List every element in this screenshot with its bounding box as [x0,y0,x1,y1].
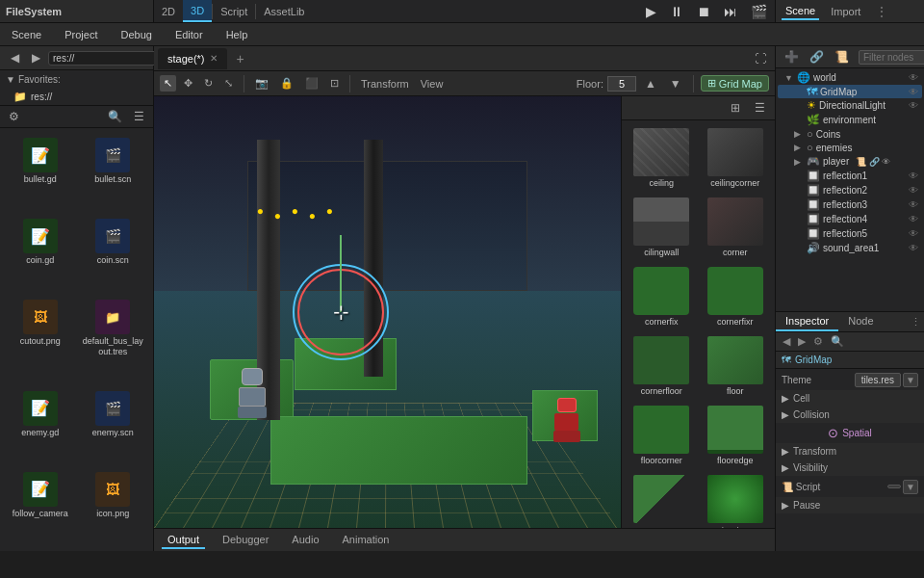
fs-file-item[interactable]: 📝bullet.gd [6,134,75,211]
tree-visibility-icon[interactable]: 👁 [909,87,918,97]
node-search-input[interactable] [859,50,924,65]
tree-item-environment[interactable]: 🌿environment [778,113,922,127]
mode-script-button[interactable]: Script [213,0,255,22]
right-panel-menu[interactable]: ⋮ [872,4,891,19]
tile-item-cornerfix[interactable]: cornerfix [626,263,698,330]
tree-visibility-icon[interactable]: 👁 [909,214,918,224]
tree-item-coins[interactable]: ▶○Coins [778,127,922,141]
fs-back-button[interactable]: ◀ [6,49,24,66]
movie-button[interactable]: 🎬 [747,2,771,21]
fs-file-item[interactable]: 📝enemy.gd [6,387,75,464]
bottom-tab-output[interactable]: Output [162,532,205,549]
select-tool[interactable]: ↖ [160,75,176,92]
scale-tool[interactable]: ⤡ [220,75,237,92]
import-tab[interactable]: Import [827,4,864,19]
tile-item-treetop[interactable]: treetop [700,471,772,528]
bottom-tab-debugger[interactable]: Debugger [217,532,274,549]
tree-item-gridmap[interactable]: 🗺GridMap👁 [778,85,922,98]
mode-2d-button[interactable]: 2D [154,0,183,22]
inspector-tab[interactable]: Inspector [776,312,838,331]
tile-item-floor[interactable]: floor [700,332,772,400]
floor-down[interactable]: ▼ [665,75,686,92]
tree-visibility-icon[interactable]: 👁 [909,243,918,253]
fs-list-button[interactable]: ☰ [129,108,149,125]
insp-section-visibility[interactable]: ▶Visibility [776,460,924,476]
insp-history-forward[interactable]: ▶ [795,334,808,349]
tile-item-cilingwall[interactable]: cilingwall [626,194,698,261]
remote-button[interactable]: ⏭ [720,2,741,21]
fs-file-item[interactable]: 📁default_bus_layout.tres [79,296,148,383]
scene-script-node[interactable]: 📜 [831,49,853,65]
move-tool[interactable]: ✥ [180,75,196,92]
tree-visibility-icon[interactable]: 👁 [909,185,918,196]
menu-help[interactable]: Help [222,27,252,42]
tile-grid-view[interactable]: ⊞ [726,99,745,117]
tree-item-player[interactable]: ▶🎮player📜 🔗 👁 [778,154,922,169]
node-tab[interactable]: Node [838,312,883,331]
inspector-menu[interactable]: ⋮ [908,312,924,331]
script-dropdown[interactable]: ▼ [903,480,918,494]
tile-item-ceilingcorner[interactable]: ceilingcorner [700,124,772,192]
floor-up[interactable]: ▲ [640,75,661,92]
tree-visibility-icon[interactable]: 👁 [909,228,918,239]
transform-menu[interactable]: Transform [357,76,413,92]
tree-item-reflection2[interactable]: 🔲reflection2👁 [778,183,922,197]
tree-item-enemies[interactable]: ▶○enemies [778,141,922,154]
tree-item-world[interactable]: ▼🌐world👁 [778,70,922,85]
menu-debug[interactable]: Debug [116,27,155,42]
tree-visibility-icon[interactable]: 👁 [909,100,918,111]
add-tab-button[interactable]: + [229,48,252,69]
tile-item-cornerfixr[interactable]: cornerfixr [700,263,772,330]
use-occluder[interactable]: ⊡ [326,75,343,92]
insp-section-cell[interactable]: ▶Cell [776,390,924,407]
floor-value-input[interactable] [607,76,636,92]
fs-file-item[interactable]: 📝follow_camera [6,468,75,545]
pause-button[interactable]: ⏸ [666,2,687,21]
fs-file-item[interactable]: 🖼icon.png [79,468,148,545]
bottom-tab-animation[interactable]: Animation [337,532,396,549]
local-tool[interactable]: 📷 [251,75,272,92]
tile-item-flooredge[interactable]: flooredge [700,402,772,469]
menu-editor[interactable]: Editor [171,27,207,42]
fs-config-button[interactable]: ⚙ [4,108,24,125]
tree-visibility-icon[interactable]: 👁 [909,72,918,83]
tree-item-sound_area1[interactable]: 🔊sound_area1👁 [778,241,922,255]
tile-item-ramp[interactable]: ramp [626,471,698,528]
insp-history-back[interactable]: ◀ [780,334,793,349]
tile-list-view[interactable]: ☰ [750,99,770,117]
fs-fav-res[interactable]: 📁 res:// [0,89,153,105]
maximize-viewport-button[interactable]: ⛶ [750,50,771,67]
theme-dropdown[interactable]: ▼ [903,373,918,387]
snap-tool[interactable]: 🔒 [276,75,297,92]
mode-3d-button[interactable]: 3D [183,0,212,22]
fs-search-button[interactable]: 🔍 [103,108,127,125]
tree-visibility-icon[interactable]: 👁 [909,171,918,181]
gridmap-button[interactable]: ⊞ Grid Map [701,75,769,92]
tree-visibility-icon[interactable]: 👁 [909,199,918,210]
stop-button[interactable]: ⏹ [693,2,714,21]
scene-link-node[interactable]: 🔗 [806,49,828,65]
stage-tab-close[interactable]: ✕ [210,53,218,64]
mode-assetlib-button[interactable]: AssetLib [256,0,312,22]
tile-item-ceiling[interactable]: ceiling [626,124,698,192]
scene-new-node[interactable]: ➕ [781,49,803,65]
stage-tab[interactable]: stage(*) ✕ [158,48,227,69]
script-val-button[interactable] [887,485,901,488]
insp-section-pause[interactable]: ▶Pause [776,497,924,513]
rotate-tool[interactable]: ↻ [200,75,217,92]
tree-item-reflection3[interactable]: 🔲reflection3👁 [778,197,922,212]
menu-project[interactable]: Project [61,27,101,42]
tile-item-cornerfloor[interactable]: cornerfloor [626,332,698,400]
viewport-3d[interactable]: ● ● ● ● ● [154,96,621,528]
play-button[interactable]: ▶ [642,2,660,21]
use-snap[interactable]: ⬛ [301,75,322,92]
insp-section-collision[interactable]: ▶Collision [776,407,924,423]
insp-filter[interactable]: 🔍 [828,334,847,349]
tile-item-corner[interactable]: corner [700,194,772,261]
theme-value-button[interactable]: tiles.res [855,373,901,387]
tree-item-reflection5[interactable]: 🔲reflection5👁 [778,226,922,241]
fs-file-item[interactable]: 📝coin.gd [6,215,75,292]
fs-file-item[interactable]: 🎬enemy.scn [79,387,148,464]
bottom-tab-audio[interactable]: Audio [286,532,324,549]
fs-file-item[interactable]: 🎬bullet.scn [79,134,148,211]
